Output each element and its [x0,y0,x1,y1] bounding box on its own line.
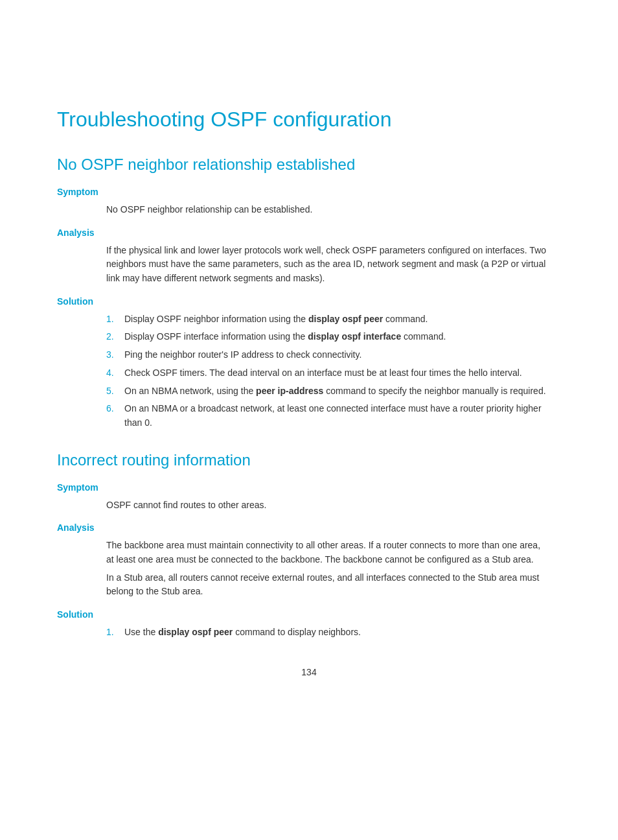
solution-label-2: Solution [57,608,561,622]
solution-item-text-1-3: Ping the neighbor router's IP address to… [124,348,548,362]
solution-item-1-5: On an NBMA network, using the peer ip-ad… [106,384,548,399]
solution-item-1-2: Display OSPF interface information using… [106,330,548,344]
symptom-content-2: OSPF cannot find routes to other areas. [57,498,561,513]
solution-item-text-1-1: Display OSPF neighbor information using … [124,312,548,327]
solution-list-2: Use the display ospf peer command to dis… [57,625,561,640]
solution-item-text-1-4: Check OSPF timers. The dead interval on … [124,366,548,380]
symptom-content-1: No OSPF neighbor relationship can be est… [57,203,561,217]
symptom-label-2: Symptom [57,481,561,495]
symptom-text-2: OSPF cannot find routes to other areas. [106,498,548,513]
section1-title: No OSPF neighbor relationship establishe… [57,153,561,176]
solution-list-1: Display OSPF neighbor information using … [57,312,561,430]
solution-item-text-2-1: Use the display ospf peer command to dis… [124,625,548,640]
section-incorrect-routing: Incorrect routing information Symptom OS… [57,449,561,640]
solution-item-text-1-2: Display OSPF interface information using… [124,330,548,344]
analysis-paragraph-2-0: The backbone area must maintain connecti… [106,539,548,566]
solution-ordered-list-1: Display OSPF neighbor information using … [106,312,548,430]
section2-title: Incorrect routing information [57,449,561,472]
solution-item-2-1: Use the display ospf peer command to dis… [106,625,548,640]
analysis-paragraph-1-0: If the physical link and lower layer pro… [106,244,548,286]
solution-bold-2-1: display ospf peer [158,627,233,637]
solution-item-text-1-6: On an NBMA or a broadcast network, at le… [124,402,548,430]
solution-item-1-6: On an NBMA or a broadcast network, at le… [106,402,548,430]
solution-bold-1-1: display ospf peer [308,314,383,324]
solution-bold-1-5: peer ip-address [256,386,323,396]
page-number: 134 [57,666,561,679]
analysis-label-1: Analysis [57,226,561,240]
analysis-label-2: Analysis [57,521,561,535]
analysis-content-2: The backbone area must maintain connecti… [57,539,561,599]
page-title: Troubleshooting OSPF configuration [57,104,561,135]
section-no-ospf-neighbor: No OSPF neighbor relationship establishe… [57,153,561,430]
page: Troubleshooting OSPF configuration No OS… [0,0,618,840]
solution-item-1-4: Check OSPF timers. The dead interval on … [106,366,548,380]
analysis-content-1: If the physical link and lower layer pro… [57,244,561,286]
solution-item-1-1: Display OSPF neighbor information using … [106,312,548,327]
solution-bold-1-2: display ospf interface [308,331,401,342]
solution-label-1: Solution [57,295,561,309]
analysis-paragraph-2-1: In a Stub area, all routers cannot recei… [106,571,548,599]
symptom-text-1: No OSPF neighbor relationship can be est… [106,203,548,217]
solution-item-text-1-5: On an NBMA network, using the peer ip-ad… [124,384,548,399]
symptom-label-1: Symptom [57,185,561,199]
solution-ordered-list-2: Use the display ospf peer command to dis… [106,625,548,640]
solution-item-1-3: Ping the neighbor router's IP address to… [106,348,548,362]
